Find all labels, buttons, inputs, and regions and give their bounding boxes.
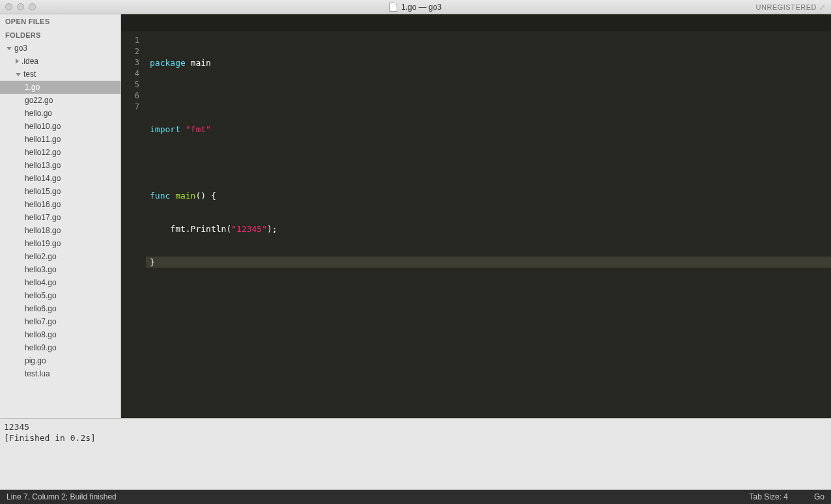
sidebar-item[interactable]: hello13.go <box>0 159 120 172</box>
code-editor[interactable]: 1234567 package main import "fmt" func m… <box>121 14 831 418</box>
sidebar-item[interactable]: hello9.go <box>0 341 120 354</box>
file-icon <box>389 3 397 12</box>
sidebar-item-label: hello17.go <box>25 213 61 222</box>
code-line-current[interactable]: } <box>146 257 831 268</box>
expand-icon[interactable] <box>819 3 827 11</box>
sidebar-item-label: go22.go <box>25 96 53 105</box>
sidebar-root-label: go3 <box>14 44 27 53</box>
sidebar-item-label: hello.go <box>25 109 52 118</box>
main-area: OPEN FILES FOLDERS go3 .ideatest1.gogo22… <box>0 14 831 418</box>
sidebar-item-label: hello2.go <box>25 252 57 261</box>
sidebar-item-label: hello18.go <box>25 226 61 235</box>
token-plain: ); <box>267 224 277 234</box>
sidebar-item[interactable]: hello2.go <box>0 250 120 263</box>
code-area[interactable]: package main import "fmt" func main() { … <box>146 14 831 418</box>
line-number: 7 <box>121 102 146 113</box>
output-line: [Finished in 0.2s] <box>4 432 827 443</box>
minimize-window-button[interactable] <box>17 3 24 10</box>
token-plain: } <box>150 257 155 267</box>
open-files-header[interactable]: OPEN FILES <box>0 14 120 28</box>
sidebar-item-label: hello13.go <box>25 161 61 170</box>
sidebar-item[interactable]: hello11.go <box>0 133 120 146</box>
sidebar-item-label: hello14.go <box>25 174 61 183</box>
token-string: "fmt" <box>180 124 211 134</box>
window-title-text: 1.go — go3 <box>401 3 442 12</box>
sidebar-item[interactable]: hello8.go <box>0 328 120 341</box>
sidebar-item-label: hello7.go <box>25 317 57 326</box>
sidebar-item-label: hello8.go <box>25 330 57 339</box>
sidebar-item[interactable]: hello19.go <box>0 237 120 250</box>
sidebar-item-label: hello5.go <box>25 291 57 300</box>
sidebar-item-label: hello15.go <box>25 187 61 196</box>
sidebar-item-label: hello10.go <box>25 122 61 131</box>
sidebar: OPEN FILES FOLDERS go3 .ideatest1.gogo22… <box>0 14 121 418</box>
sidebar-item[interactable]: hello15.go <box>0 185 120 198</box>
line-number: 5 <box>121 79 146 91</box>
sidebar-item[interactable]: hello14.go <box>0 172 120 185</box>
line-number: 2 <box>121 46 146 57</box>
token-plain: () { <box>195 191 216 201</box>
status-bar: Line 7, Column 2; Build finished Tab Siz… <box>0 490 831 504</box>
sidebar-item-label: hello16.go <box>25 200 61 209</box>
window-title: 1.go — go3 <box>389 3 442 12</box>
sidebar-item-label: hello4.go <box>25 278 57 287</box>
build-output-panel[interactable]: 12345 [Finished in 0.2s] <box>0 418 831 490</box>
output-line: 12345 <box>4 421 827 432</box>
zoom-window-button[interactable] <box>29 3 36 10</box>
chevron-down-icon <box>16 73 21 76</box>
sidebar-item-label: hello12.go <box>25 148 61 157</box>
sidebar-item[interactable]: pig.go <box>0 354 120 367</box>
window-controls <box>0 3 36 10</box>
sidebar-item[interactable]: hello6.go <box>0 302 120 315</box>
sidebar-item[interactable]: hello5.go <box>0 289 120 302</box>
sidebar-item[interactable]: hello12.go <box>0 146 120 159</box>
close-window-button[interactable] <box>5 3 12 10</box>
token-string: "12345" <box>231 224 267 234</box>
code-line[interactable] <box>146 91 831 102</box>
sidebar-item[interactable]: hello.go <box>0 107 120 120</box>
sidebar-item-label: test <box>23 70 36 79</box>
line-gutter: 1234567 <box>121 14 146 418</box>
sidebar-item[interactable]: hello4.go <box>0 276 120 289</box>
sidebar-item-label: hello19.go <box>25 239 61 248</box>
token-keyword: package <box>150 58 186 68</box>
code-line[interactable]: import "fmt" <box>146 124 831 135</box>
unregistered-label: UNREGISTERED <box>756 3 827 11</box>
line-number: 3 <box>121 57 146 68</box>
sidebar-item[interactable]: hello16.go <box>0 198 120 211</box>
sidebar-item-label: hello9.go <box>25 343 57 352</box>
sidebar-item-selected[interactable]: 1.go <box>0 81 120 94</box>
line-number: 1 <box>121 35 146 46</box>
code-line[interactable] <box>146 157 831 168</box>
token-indent <box>150 224 170 234</box>
sidebar-item-label: 1.go <box>25 83 40 92</box>
sidebar-item-label: hello11.go <box>25 135 61 144</box>
file-tree: .ideatest1.gogo22.gohello.gohello10.gohe… <box>0 55 120 380</box>
code-line[interactable]: fmt.Println("12345"); <box>146 223 831 234</box>
status-language[interactable]: Go <box>814 492 824 501</box>
sidebar-item[interactable]: hello10.go <box>0 120 120 133</box>
sidebar-item-label: pig.go <box>25 356 46 365</box>
sidebar-root[interactable]: go3 <box>0 42 120 55</box>
sidebar-item[interactable]: go22.go <box>0 94 120 107</box>
status-left[interactable]: Line 7, Column 2; Build finished <box>7 492 117 501</box>
unregistered-text: UNREGISTERED <box>756 3 817 11</box>
chevron-down-icon <box>7 47 12 50</box>
sidebar-item[interactable]: hello17.go <box>0 211 120 224</box>
status-right: Tab Size: 4 Go <box>750 492 824 501</box>
chevron-right-icon <box>16 59 19 64</box>
sidebar-item[interactable]: hello3.go <box>0 263 120 276</box>
sidebar-item[interactable]: hello7.go <box>0 315 120 328</box>
line-number: 4 <box>121 68 146 79</box>
sidebar-item[interactable]: test.lua <box>0 367 120 380</box>
sidebar-item[interactable]: test <box>0 68 120 81</box>
status-tab-size[interactable]: Tab Size: 4 <box>750 492 788 501</box>
code-line[interactable]: package main <box>146 57 831 68</box>
code-line[interactable]: func main() { <box>146 190 831 201</box>
sidebar-item[interactable]: .idea <box>0 55 120 68</box>
sidebar-item-label: .idea <box>21 57 38 66</box>
token-name: main <box>186 58 211 68</box>
folders-header[interactable]: FOLDERS <box>0 28 120 42</box>
sidebar-item[interactable]: hello18.go <box>0 224 120 237</box>
token-keyword: import <box>150 124 180 134</box>
